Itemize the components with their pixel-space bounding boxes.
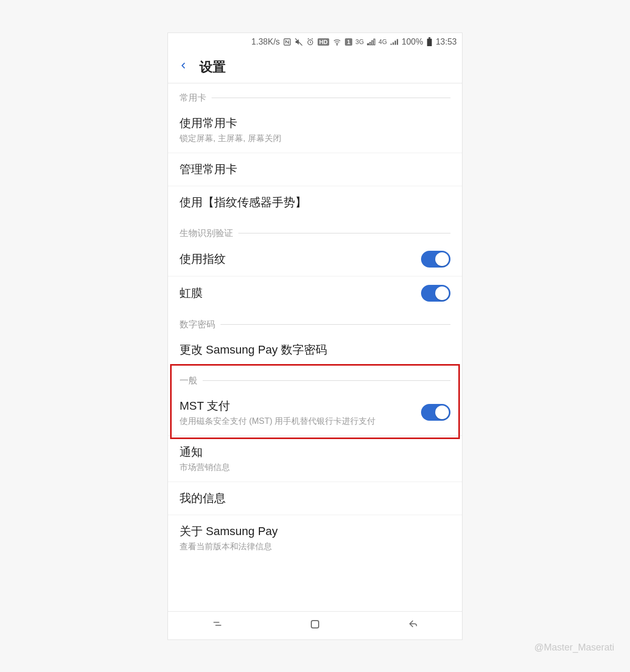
row-label: 通知 [180,444,230,460]
row-change-pin[interactable]: 更改 Samsung Pay 数字密码 [168,334,462,366]
row-label: 使用指纹 [180,251,226,267]
row-label: 关于 Samsung Pay [180,524,278,539]
section-pin: 数字密码 [168,310,462,334]
section-label: 生物识别验证 [180,227,233,239]
nfc-icon [283,38,291,46]
row-label: 使用常用卡 [180,115,281,131]
status-bar: 1.38K/s HD 1 3G 4G 100% [168,33,462,51]
wifi-icon [332,38,342,46]
row-mst-payment[interactable]: MST 支付 使用磁条安全支付 (MST) 用手机替代银行卡进行支付 [168,390,462,436]
section-label: 常用卡 [180,92,206,104]
row-subtext: 使用磁条安全支付 (MST) 用手机替代银行卡进行支付 [180,416,375,427]
row-subtext: 市场营销信息 [180,462,230,473]
toggle-mst[interactable] [421,404,450,421]
row-manage-common-card[interactable]: 管理常用卡 [168,153,462,186]
row-label: 更改 Samsung Pay 数字密码 [180,342,327,358]
app-header: 设置 [168,51,462,83]
battery-percent: 100% [402,37,423,47]
toggle-fingerprint[interactable] [421,251,450,268]
svg-rect-6 [311,621,319,628]
signal-1-icon [367,38,375,46]
recent-apps-button[interactable] [211,618,224,632]
net-3g-label: 3G [355,38,364,46]
mute-icon [295,38,303,46]
alarm-icon [306,38,314,46]
row-iris[interactable]: 虹膜 [168,276,462,310]
row-use-common-card[interactable]: 使用常用卡 锁定屏幕, 主屏幕, 屏幕关闭 [168,107,462,153]
watermark: @Master_Maserati [534,642,614,653]
settings-list[interactable]: 常用卡 使用常用卡 锁定屏幕, 主屏幕, 屏幕关闭 管理常用卡 使用【指纹传感器… [168,83,462,611]
signal-2-icon [390,38,398,46]
hd-icon: HD [318,38,329,46]
row-notifications[interactable]: 通知 市场营销信息 [168,436,462,482]
row-my-info[interactable]: 我的信息 [168,482,462,515]
row-subtext: 查看当前版本和法律信息 [180,541,278,552]
back-nav-button[interactable] [406,618,419,632]
phone-frame: 1.38K/s HD 1 3G 4G 100% [168,33,462,639]
svg-rect-5 [428,37,430,39]
section-common-card: 常用卡 [168,83,462,107]
row-label: 虹膜 [180,285,203,301]
row-label: 我的信息 [180,490,226,506]
row-use-fingerprint[interactable]: 使用指纹 [168,242,462,276]
row-about-samsung-pay[interactable]: 关于 Samsung Pay 查看当前版本和法律信息 [168,515,462,561]
home-button[interactable] [309,618,321,633]
svg-rect-4 [427,38,432,46]
back-button[interactable] [178,58,188,75]
row-label: MST 支付 [180,398,375,414]
battery-icon [426,37,433,47]
svg-point-3 [337,44,337,45]
section-biometric: 生物识别验证 [168,219,462,242]
row-fingerprint-gesture[interactable]: 使用【指纹传感器手势】 [168,186,462,219]
row-label: 管理常用卡 [180,162,237,177]
network-speed: 1.38K/s [251,37,280,47]
row-label: 使用【指纹传感器手势】 [180,195,307,210]
section-label: 一般 [180,375,197,387]
section-label: 数字密码 [180,318,215,330]
system-nav-bar [168,611,462,639]
net-4g-label: 4G [379,38,387,46]
toggle-iris[interactable] [421,285,450,302]
section-general: 一般 [168,366,462,390]
row-subtext: 锁定屏幕, 主屏幕, 屏幕关闭 [180,133,281,144]
page-title: 设置 [200,58,226,76]
sim-icon: 1 [345,38,352,46]
clock: 13:53 [436,37,457,47]
